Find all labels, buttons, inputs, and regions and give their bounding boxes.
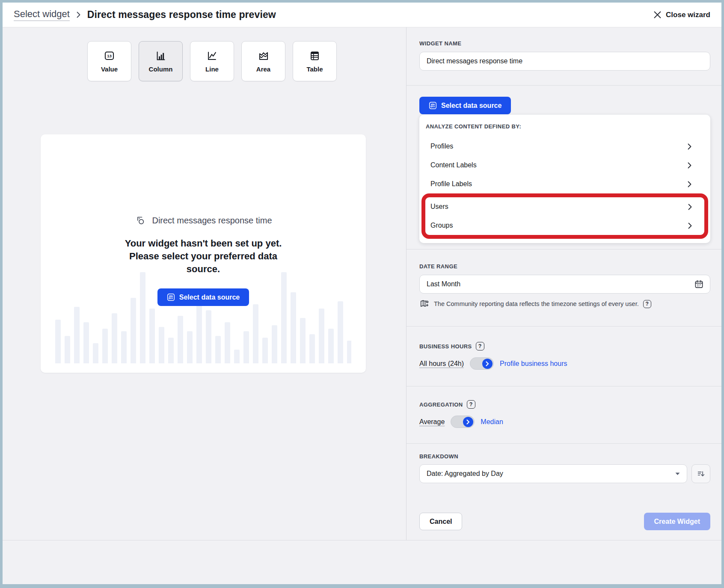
widget-type-selector: 13 Value Column Line Area Table xyxy=(87,41,337,81)
data-source-dropdown: ANALYZE CONTENT DEFINED BY: Profiles Con… xyxy=(419,115,710,243)
calendar-icon xyxy=(694,279,704,289)
create-widget-button[interactable]: Create Widget xyxy=(644,513,710,530)
widget-type-label: Value xyxy=(101,65,118,73)
widget-name-input[interactable] xyxy=(419,52,710,71)
area-chart-icon xyxy=(258,50,269,62)
widget-name-label: Widget name xyxy=(419,40,710,47)
widget-type-table[interactable]: Table xyxy=(293,41,337,81)
widget-type-label: Table xyxy=(306,65,323,73)
svg-text:13: 13 xyxy=(107,53,112,58)
select-data-source-label: Select data source xyxy=(179,294,240,301)
breakdown-value: Date: Aggregated by Day xyxy=(427,470,503,478)
data-source-option-groups[interactable]: Groups xyxy=(425,216,704,235)
empty-state-heading: Your widget hasn't been set up yet. Plea… xyxy=(118,237,288,276)
help-icon[interactable]: ? xyxy=(643,300,651,308)
close-wizard-label: Close wizard xyxy=(666,11,710,19)
close-icon xyxy=(654,11,661,18)
business-hours-toggle[interactable] xyxy=(470,357,494,370)
settings-pane: Widget name Select data source ANALYZE C… xyxy=(406,27,721,540)
date-range-value: Last Month xyxy=(427,280,460,288)
line-chart-icon xyxy=(206,50,218,62)
toggle-knob xyxy=(482,359,493,369)
chevron-right-icon xyxy=(466,419,470,425)
widget-type-label: Column xyxy=(149,65,173,73)
table-icon xyxy=(309,50,320,62)
breakdown-section: Breakdown Date: Aggregated by Day xyxy=(407,444,721,483)
aggregation-toggle[interactable] xyxy=(451,416,475,428)
value-icon: 13 xyxy=(104,50,115,62)
widget-type-label: Area xyxy=(256,65,270,73)
sort-order-button[interactable] xyxy=(691,464,710,483)
toggle-knob xyxy=(463,417,473,427)
cancel-button[interactable]: Cancel xyxy=(419,513,462,530)
widget-preview-card: Direct messages response time Your widge… xyxy=(41,134,366,373)
wizard-footer: Cancel Create Widget xyxy=(419,513,710,530)
date-range-section: Date range Last Month The Community repo… xyxy=(407,249,721,327)
profile-business-hours-option[interactable]: Profile business hours xyxy=(500,360,567,368)
help-icon[interactable]: ? xyxy=(467,400,475,409)
aggregation-label: Aggregation xyxy=(419,401,463,408)
dropdown-header: ANALYZE CONTENT DEFINED BY: xyxy=(419,123,710,137)
chevron-right-icon xyxy=(688,143,691,150)
average-option[interactable]: Average xyxy=(419,418,445,426)
select-data-source-button[interactable]: Select data source xyxy=(157,288,249,306)
widget-type-area[interactable]: Area xyxy=(241,41,285,81)
breadcrumb-select-widget[interactable]: Select widget xyxy=(14,9,70,21)
timezone-map-icon xyxy=(419,299,430,309)
breadcrumb-chevron-icon xyxy=(77,12,80,18)
business-hours-section: Business hours ? All hours (24h) Profile… xyxy=(407,327,721,386)
data-source-section: Select data source ANALYZE CONTENT DEFIN… xyxy=(407,86,721,249)
option-label: Profile Labels xyxy=(430,180,472,188)
data-source-option-profile-labels[interactable]: Profile Labels xyxy=(419,175,710,193)
select-data-source-label: Select data source xyxy=(441,102,501,110)
breakdown-select[interactable]: Date: Aggregated by Day xyxy=(419,464,687,483)
widget-type-label: Line xyxy=(205,65,219,73)
chevron-right-icon xyxy=(688,181,691,187)
median-option[interactable]: Median xyxy=(481,418,503,426)
data-source-option-profiles[interactable]: Profiles xyxy=(419,137,710,156)
option-label: Content Labels xyxy=(430,161,477,169)
option-label: Profiles xyxy=(430,143,453,150)
close-wizard-button[interactable]: Close wizard xyxy=(654,11,710,19)
option-label: Groups xyxy=(430,222,453,229)
highlight-annotation: Users Groups xyxy=(421,193,708,239)
date-range-label: Date range xyxy=(419,263,710,270)
widget-name-section: Widget name xyxy=(407,27,721,86)
widget-type-line[interactable]: Line xyxy=(190,41,234,81)
preview-widget-title: Direct messages response time xyxy=(152,216,272,226)
chevron-right-icon xyxy=(688,162,691,169)
widget-icon xyxy=(134,214,147,227)
all-hours-option[interactable]: All hours (24h) xyxy=(419,360,464,368)
bottom-strip xyxy=(3,540,721,584)
breakdown-label: Breakdown xyxy=(419,453,710,460)
select-data-source-button[interactable]: Select data source xyxy=(419,97,511,114)
widget-type-value[interactable]: 13 Value xyxy=(87,41,131,81)
wizard-window: Select widget Direct messages response t… xyxy=(0,0,724,588)
data-source-icon xyxy=(429,101,437,110)
chevron-right-icon xyxy=(688,223,692,229)
date-range-field[interactable]: Last Month xyxy=(419,275,710,294)
timezone-note-text: The Community reporting data reflects th… xyxy=(434,300,639,307)
wizard-header: Select widget Direct messages response t… xyxy=(3,3,721,27)
sort-descending-icon xyxy=(696,469,706,478)
help-icon[interactable]: ? xyxy=(476,342,484,350)
widget-type-column[interactable]: Column xyxy=(139,41,183,81)
chevron-right-icon xyxy=(688,204,692,210)
column-chart-icon xyxy=(155,50,166,62)
data-source-option-content-labels[interactable]: Content Labels xyxy=(419,156,710,175)
data-source-option-users[interactable]: Users xyxy=(425,197,704,216)
chevron-right-icon xyxy=(486,361,489,366)
business-hours-label: Business hours xyxy=(419,343,472,350)
caret-down-icon xyxy=(675,472,680,475)
timezone-note: The Community reporting data reflects th… xyxy=(419,299,710,309)
page-title: Direct messages response time preview xyxy=(87,9,276,21)
aggregation-section: Aggregation ? Average Median xyxy=(407,386,721,444)
data-source-icon xyxy=(167,293,175,301)
option-label: Users xyxy=(430,203,448,211)
preview-pane: 13 Value Column Line Area Table xyxy=(3,27,406,540)
